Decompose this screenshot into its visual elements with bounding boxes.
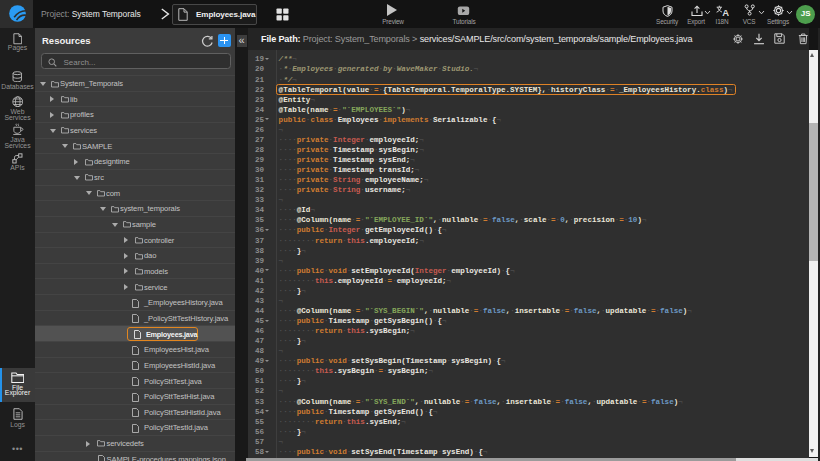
svg-text:A: A bbox=[722, 7, 729, 17]
